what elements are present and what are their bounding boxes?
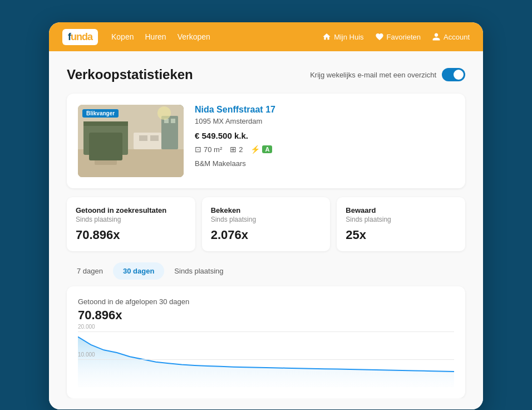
- stat-value-1: 2.076x: [211, 228, 322, 242]
- area-spec: ⊡ 70 m²: [195, 145, 222, 154]
- chart-value: 70.896x: [78, 308, 454, 323]
- stat-card-0: Getoond in zoekresultaten Sinds plaatsin…: [67, 197, 195, 251]
- stat-card-2: Bewaard Sinds plaatsing 25x: [337, 197, 465, 251]
- svg-rect-7: [95, 154, 117, 165]
- stat-value-2: 25x: [346, 228, 456, 242]
- y-label-10000: 10.000: [78, 352, 95, 358]
- listing-specs: ⊡ 70 m² ⊞ 2 ⚡ A: [195, 145, 454, 154]
- stat-label-1: Bekeken: [211, 206, 322, 214]
- bottom-spacer: [67, 398, 465, 409]
- chart-section: Getoond in de afgelopen 30 dagen 70.896x…: [67, 286, 465, 398]
- rooms-value: 2: [239, 145, 243, 154]
- listing-agent: B&M Makelaars: [195, 159, 454, 168]
- blikvanger-badge: Blikvanger: [82, 109, 119, 118]
- nav-kopen[interactable]: Kopen: [111, 32, 134, 41]
- nav-huren[interactable]: Huren: [145, 32, 166, 41]
- heart-icon: [375, 32, 384, 41]
- tab-sinds-plaatsing[interactable]: Sinds plaatsing: [164, 262, 233, 280]
- rooms-spec: ⊞ 2: [230, 145, 243, 154]
- listing-card: Blikvanger Nida Senffstraat 17 1095 MX A…: [67, 94, 465, 188]
- tabs: 7 dagen 30 dagen Sinds plaatsing: [67, 260, 465, 280]
- tab-7-dagen[interactable]: 7 dagen: [67, 262, 113, 280]
- svg-rect-6: [150, 135, 159, 141]
- grid-line-top: 20.000: [78, 331, 454, 332]
- svg-rect-10: [171, 119, 175, 123]
- listing-image-wrap: Blikvanger: [78, 105, 184, 177]
- stat-value-0: 70.896x: [76, 228, 186, 242]
- chart-area: 20.000 10.000: [78, 331, 454, 387]
- stat-card-1: Bekeken Sinds plaatsing 2.076x: [202, 197, 331, 251]
- home-icon: [322, 32, 331, 41]
- energy-spec: ⚡ A: [250, 145, 272, 154]
- stats-row: Getoond in zoekresultaten Sinds plaatsin…: [67, 197, 465, 251]
- nav-right: Mijn Huis Favorieten Account: [322, 32, 470, 41]
- grid-line-mid: 10.000: [78, 359, 454, 360]
- mijn-huis-nav[interactable]: Mijn Huis: [322, 32, 363, 41]
- stat-label-0: Getoond in zoekresultaten: [76, 206, 186, 214]
- chart-title: Getoond in de afgelopen 30 dagen: [78, 297, 454, 306]
- listing-address: 1095 MX Amsterdam: [195, 117, 454, 125]
- svg-rect-3: [83, 121, 128, 126]
- svg-rect-2: [83, 121, 128, 155]
- y-label-20000: 20.000: [78, 324, 95, 330]
- listing-title[interactable]: Nida Senffstraat 17: [195, 105, 454, 115]
- page-header: Verkoopstatistieken Krijg wekelijks e-ma…: [67, 67, 465, 82]
- listing-info: Nida Senffstraat 17 1095 MX Amsterdam € …: [195, 105, 454, 177]
- page-title: Verkoopstatistieken: [67, 67, 193, 82]
- stat-sub-0: Sinds plaatsing: [76, 216, 186, 223]
- svg-rect-8: [161, 116, 178, 149]
- energy-icon: ⚡: [250, 145, 260, 154]
- account-label: Account: [444, 33, 470, 41]
- svg-rect-5: [139, 135, 147, 141]
- rooms-icon: ⊞: [230, 145, 237, 154]
- svg-point-11: [157, 106, 171, 120]
- area-icon: ⊡: [195, 145, 201, 154]
- mijn-huis-label: Mijn Huis: [334, 33, 363, 41]
- area-value: 70 m²: [204, 145, 222, 154]
- energy-value: A: [262, 145, 272, 153]
- nav-verkopen[interactable]: Verkopen: [178, 32, 210, 41]
- tab-30-dagen[interactable]: 30 dagen: [113, 262, 164, 280]
- listing-price: € 549.500 k.k.: [195, 131, 454, 140]
- funda-logo[interactable]: funda: [62, 29, 98, 45]
- favorieten-nav[interactable]: Favorieten: [375, 32, 421, 41]
- account-nav[interactable]: Account: [432, 32, 470, 41]
- email-toggle-label: Krijg wekelijks e-mail met een overzicht: [310, 71, 436, 79]
- stat-sub-1: Sinds plaatsing: [211, 216, 322, 223]
- navbar: funda Kopen Huren Verkopen Mijn Huis Fav…: [49, 22, 483, 51]
- page-content: Verkoopstatistieken Krijg wekelijks e-ma…: [49, 51, 483, 409]
- nav-links: Kopen Huren Verkopen: [111, 32, 309, 41]
- email-toggle-switch[interactable]: [442, 68, 465, 81]
- favorieten-label: Favorieten: [387, 33, 421, 41]
- email-toggle-row: Krijg wekelijks e-mail met een overzicht: [310, 68, 465, 81]
- user-icon: [432, 32, 441, 41]
- main-card: funda Kopen Huren Verkopen Mijn Huis Fav…: [49, 22, 483, 409]
- stat-label-2: Bewaard: [346, 206, 456, 214]
- stat-sub-2: Sinds plaatsing: [346, 216, 456, 223]
- svg-rect-1: [78, 149, 184, 177]
